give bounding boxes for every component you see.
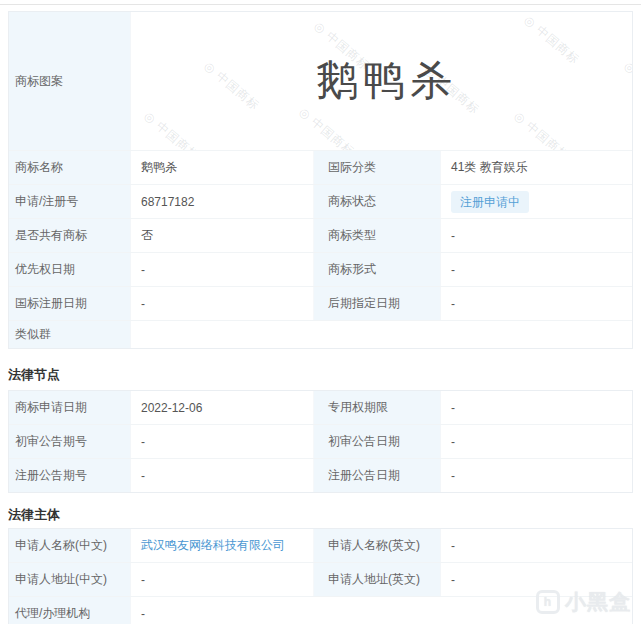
field-label: 商标形式 xyxy=(314,253,441,286)
field-label: 国标注册日期 xyxy=(9,287,131,320)
field-value: 注册申请中 xyxy=(441,185,632,218)
field-value: - xyxy=(131,425,314,458)
table-row: 申请人名称(中文)武汉鸣友网络科技有限公司申请人名称(英文)- xyxy=(9,529,632,562)
field-label: 申请人名称(中文) xyxy=(9,529,131,562)
table-row: 商标名称鹅鸭杀国际分类41类 教育娱乐 xyxy=(9,150,632,184)
field-label: 商标申请日期 xyxy=(9,391,131,424)
field-value xyxy=(131,321,632,348)
applicant-name-link[interactable]: 武汉鸣友网络科技有限公司 xyxy=(141,537,285,554)
field-label: 申请人名称(英文) xyxy=(314,529,441,562)
section-heading-legal-entity: 法律主体 xyxy=(8,507,633,522)
field-label: 商标类型 xyxy=(314,219,441,252)
field-label: 商标名称 xyxy=(9,151,131,184)
field-value: - xyxy=(441,219,632,252)
field-label: 国际分类 xyxy=(314,151,441,184)
table-row: 商标申请日期2022-12-06专用权期限- xyxy=(9,391,632,424)
table-row: 类似群 xyxy=(9,320,632,348)
field-label: 申请人地址(中文) xyxy=(9,563,131,596)
field-label: 代理/办理机构 xyxy=(9,597,131,624)
table-row: 优先权日期-商标形式- xyxy=(9,252,632,286)
field-value: 2022-12-06 xyxy=(131,391,314,424)
cn-trademark-watermark: ◎ 中国商标 xyxy=(520,12,583,69)
table-row: 注册公告期号-注册公告日期- xyxy=(9,458,632,492)
field-value: - xyxy=(441,563,632,596)
field-value: - xyxy=(131,563,314,596)
field-value: - xyxy=(441,425,632,458)
field-label: 类似群 xyxy=(9,321,131,348)
trademark-image-label: 商标图案 xyxy=(9,12,131,150)
trademark-status-badge: 注册申请中 xyxy=(451,191,529,213)
field-label: 专用权期限 xyxy=(314,391,441,424)
field-value: - xyxy=(131,459,314,492)
field-value: - xyxy=(131,597,632,624)
field-value: 41类 教育娱乐 xyxy=(441,151,632,184)
cn-trademark-watermark: ◎ 中国商标 xyxy=(140,108,203,150)
trademark-image-text: 鹅鸭杀 xyxy=(316,53,457,109)
trademark-detail-page: 商标图案 ◎ 中国商标◎ 中国商标◎ 中国商标◎ 中国商标◎ 中国商标◎ 中国商… xyxy=(8,11,633,624)
field-label: 初审公告日期 xyxy=(314,425,441,458)
cn-trademark-watermark: ◎ 中国商标 xyxy=(620,58,632,115)
field-label: 注册公告日期 xyxy=(314,459,441,492)
table-row: 申请/注册号68717182商标状态注册申请中 xyxy=(9,184,632,218)
cn-trademark-watermark: ◎ 中国商标 xyxy=(510,108,573,150)
field-value: 68717182 xyxy=(131,185,314,218)
field-value: - xyxy=(441,287,632,320)
field-label: 优先权日期 xyxy=(9,253,131,286)
cn-trademark-watermark: ◎ 中国商标 xyxy=(295,104,358,150)
field-value: - xyxy=(441,391,632,424)
cn-trademark-watermark: ◎ 中国商标 xyxy=(200,58,263,115)
field-value: - xyxy=(131,287,314,320)
table-row: 代理/办理机构- xyxy=(9,596,632,624)
field-label: 注册公告期号 xyxy=(9,459,131,492)
field-label: 初审公告期号 xyxy=(9,425,131,458)
table-row: 国标注册日期-后期指定日期- xyxy=(9,286,632,320)
table-row: 初审公告期号-初审公告日期- xyxy=(9,424,632,458)
legal-entity-table: 申请人名称(中文)武汉鸣友网络科技有限公司申请人名称(英文)-申请人地址(中文)… xyxy=(8,528,633,624)
trademark-info-table: 商标图案 ◎ 中国商标◎ 中国商标◎ 中国商标◎ 中国商标◎ 中国商标◎ 中国商… xyxy=(8,11,633,349)
page-top-divider xyxy=(0,4,641,5)
field-value: - xyxy=(441,253,632,286)
trademark-image-row: 商标图案 ◎ 中国商标◎ 中国商标◎ 中国商标◎ 中国商标◎ 中国商标◎ 中国商… xyxy=(9,12,632,150)
field-label: 商标状态 xyxy=(314,185,441,218)
field-value: - xyxy=(441,459,632,492)
table-row: 是否共有商标否商标类型- xyxy=(9,218,632,252)
field-value: 鹅鸭杀 xyxy=(131,151,314,184)
field-value: 武汉鸣友网络科技有限公司 xyxy=(131,529,314,562)
field-value: - xyxy=(131,253,314,286)
field-label: 申请/注册号 xyxy=(9,185,131,218)
field-label: 是否共有商标 xyxy=(9,219,131,252)
field-label: 后期指定日期 xyxy=(314,287,441,320)
section-heading-legal-node: 法律节点 xyxy=(8,367,633,382)
field-value: 否 xyxy=(131,219,314,252)
table-row: 申请人地址(中文)-申请人地址(英文)- xyxy=(9,562,632,596)
field-value: - xyxy=(441,529,632,562)
trademark-image-cell: ◎ 中国商标◎ 中国商标◎ 中国商标◎ 中国商标◎ 中国商标◎ 中国商标◎ 中国… xyxy=(131,12,632,150)
legal-node-table: 商标申请日期2022-12-06专用权期限-初审公告期号-初审公告日期-注册公告… xyxy=(8,390,633,493)
field-label: 申请人地址(英文) xyxy=(314,563,441,596)
